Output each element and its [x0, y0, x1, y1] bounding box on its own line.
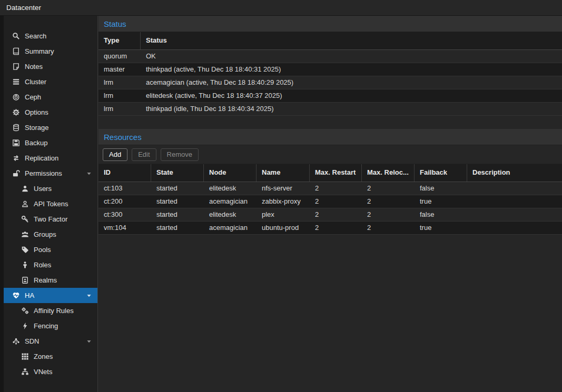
page-title: Datacenter — [6, 4, 41, 12]
column-header-node[interactable]: Node — [204, 164, 257, 182]
gears-icon — [21, 307, 29, 315]
sidebar-item-groups[interactable]: Groups — [4, 227, 97, 242]
sidebar-item-sdn[interactable]: SDN — [4, 334, 97, 349]
column-header-id[interactable]: ID — [98, 164, 151, 182]
column-header-max-restart[interactable]: Max. Restart — [310, 164, 362, 182]
cell-node: acemagician — [204, 195, 257, 208]
cell-description — [467, 195, 562, 208]
column-header-status[interactable]: Status — [141, 32, 562, 49]
cell-status: acemagician (active, Thu Dec 18 18:40:29… — [141, 76, 562, 89]
column-header-type[interactable]: Type — [98, 32, 141, 49]
cell-status: OK — [141, 50, 562, 63]
cell-node: elitedesk — [204, 182, 257, 195]
column-header-description[interactable]: Description — [467, 164, 562, 182]
edit-button[interactable]: Edit — [132, 148, 156, 161]
sidebar-item-zones[interactable]: Zones — [4, 349, 97, 364]
group-icon — [21, 230, 29, 239]
address-book-icon — [21, 276, 29, 285]
backup-icon — [12, 139, 21, 147]
table-row[interactable]: ct:103 started elitedesk nfs-server 2 2 … — [98, 182, 562, 195]
sidebar-item-users[interactable]: Users — [4, 181, 97, 196]
sidebar-item-search[interactable]: Search — [4, 28, 97, 44]
sidebar-scroll-down[interactable] — [0, 383, 97, 392]
sidebar-item-vnets[interactable]: VNets — [4, 364, 97, 379]
column-header-state[interactable]: State — [151, 164, 204, 182]
sidebar-item-cluster[interactable]: Cluster — [4, 74, 97, 89]
sidebar-item-label: Groups — [34, 230, 56, 238]
sidebar-item-two-factor[interactable]: Two Factor — [4, 212, 97, 227]
sidebar-item-options[interactable]: Options — [4, 105, 97, 120]
sidebar-item-fencing[interactable]: Fencing — [4, 318, 97, 334]
table-row[interactable]: lrm acemagician (active, Thu Dec 18 18:4… — [98, 76, 562, 89]
status-table-body: quorum OK master thinkpad (active, Thu D… — [98, 50, 562, 116]
cell-type: lrm — [98, 76, 141, 89]
remove-button[interactable]: Remove — [161, 148, 199, 161]
add-button[interactable]: Add — [103, 148, 127, 161]
sidebar-item-label: Two Factor — [34, 215, 67, 223]
sidebar-item-roles[interactable]: Roles — [4, 257, 97, 273]
column-header-max-reloc[interactable]: Max. Reloc... — [362, 164, 415, 182]
cell-failback: true — [415, 222, 467, 234]
key-icon — [21, 215, 29, 224]
sidebar-item-storage[interactable]: Storage — [4, 120, 97, 135]
sidebar-item-ha[interactable]: HA — [4, 288, 97, 303]
sidebar-item-label: HA — [25, 292, 34, 299]
cell-name: plex — [257, 208, 310, 221]
chevron-down-icon[interactable] — [86, 338, 92, 345]
column-header-failback[interactable]: Failback — [415, 164, 467, 182]
chevron-down-icon[interactable] — [86, 170, 92, 177]
sidebar-item-api-tokens[interactable]: API Tokens — [4, 196, 97, 212]
resources-panel: Resources Add Edit Remove ID State Node … — [98, 129, 562, 235]
cell-id: ct:300 — [98, 208, 151, 221]
cell-id: ct:103 — [98, 182, 151, 195]
sidebar-item-summary[interactable]: Summary — [4, 44, 97, 59]
table-row[interactable]: lrm elitedesk (active, Thu Dec 18 18:40:… — [98, 89, 562, 103]
cell-max-restart: 2 — [310, 208, 362, 221]
table-row[interactable]: quorum OK — [98, 50, 562, 63]
cell-state: started — [151, 182, 204, 195]
sidebar-item-backup[interactable]: Backup — [4, 135, 97, 150]
sidebar-item-label: Search — [25, 32, 46, 40]
sidebar-item-label: Realms — [34, 276, 57, 284]
cell-name: nfs-server — [257, 182, 310, 195]
cell-id: vm:104 — [98, 222, 151, 234]
sidebar-item-label: Ceph — [25, 93, 41, 101]
sidebar-item-replication[interactable]: Replication — [4, 150, 97, 166]
cell-failback: false — [415, 182, 467, 195]
search-icon — [12, 32, 21, 41]
cell-max-restart: 2 — [310, 222, 362, 234]
sidebar-item-pools[interactable]: Pools — [4, 242, 97, 257]
grid-icon — [21, 353, 29, 361]
cell-max-reloc: 2 — [362, 222, 415, 234]
cell-type: quorum — [98, 50, 141, 63]
resources-table-header: ID State Node Name Max. Restart Max. Rel… — [98, 164, 562, 182]
table-row[interactable]: ct:300 started elitedesk plex 2 2 false — [98, 208, 562, 222]
table-row[interactable]: vm:104 started acemagician ubuntu-prod 2… — [98, 222, 562, 235]
cluster-icon — [12, 78, 21, 86]
cell-description — [467, 182, 562, 195]
sidebar-item-affinity-rules[interactable]: Affinity Rules — [4, 303, 97, 318]
chevron-down-icon[interactable] — [86, 293, 92, 299]
status-table-empty-area — [98, 116, 562, 129]
table-row[interactable]: ct:200 started acemagician zabbix-proxy … — [98, 195, 562, 208]
gear-icon — [12, 108, 21, 117]
cell-status: thinkpad (idle, Thu Dec 18 18:40:34 2025… — [141, 103, 562, 115]
cell-id: ct:200 — [98, 195, 151, 208]
sidebar-item-notes[interactable]: Notes — [4, 59, 97, 74]
sidebar-item-label: VNets — [34, 368, 52, 376]
table-row[interactable]: master thinkpad (active, Thu Dec 18 18:4… — [98, 63, 562, 76]
cell-name: zabbix-proxy — [257, 195, 310, 208]
sidebar-item-label: Pools — [34, 246, 51, 254]
sidebar-scroll-up[interactable] — [0, 16, 97, 28]
notes-icon — [12, 63, 21, 71]
resources-panel-title: Resources — [98, 129, 562, 145]
sidebar-item-permissions[interactable]: Permissions — [4, 166, 97, 181]
cell-max-reloc: 2 — [362, 195, 415, 208]
sidebar-item-ceph[interactable]: Ceph — [4, 89, 97, 105]
sidebar-item-label: Fencing — [34, 322, 58, 330]
bolt-icon — [21, 322, 29, 330]
column-header-name[interactable]: Name — [257, 164, 310, 182]
table-row[interactable]: lrm thinkpad (idle, Thu Dec 18 18:40:34 … — [98, 103, 562, 116]
sidebar-item-realms[interactable]: Realms — [4, 273, 97, 288]
status-panel-title: Status — [98, 16, 562, 32]
